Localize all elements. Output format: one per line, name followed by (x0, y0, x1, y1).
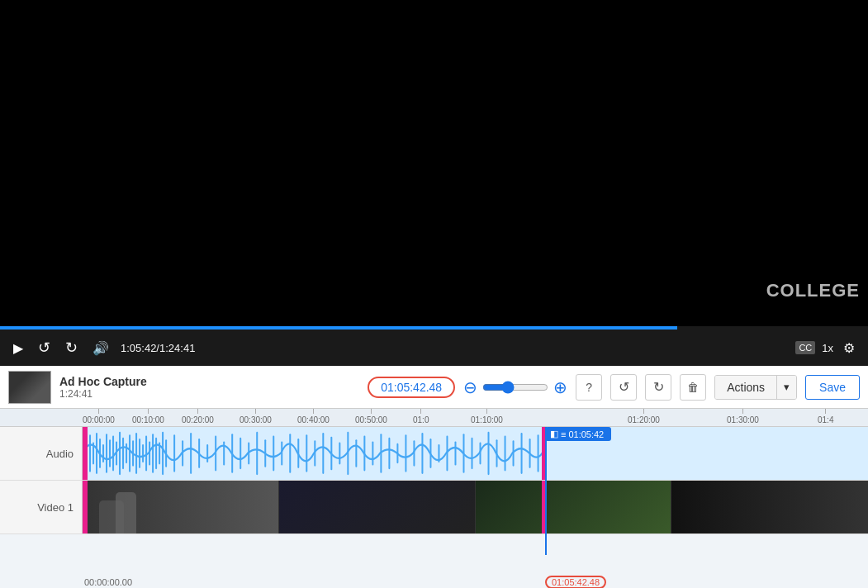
timeline-area: 00:00:00 00:10:00 00:20:00 00:30:00 00:4… (0, 409, 868, 588)
editor-toolbar: Ad Hoc Capture 1:24:41 ⊖ ⊕ ? ↺ ↻ 🗑 Actio… (0, 366, 868, 409)
svg-rect-42 (297, 439, 299, 468)
svg-rect-48 (347, 432, 349, 475)
speed-button[interactable]: 1x (822, 342, 833, 354)
audio-track-row: Audio // Generate waveform bars via SVG … (0, 427, 868, 481)
bottom-timecodes: 00:00:00.00 01:05:42.48 (83, 573, 868, 588)
svg-rect-29 (190, 433, 192, 474)
volume-button[interactable]: 🔊 (89, 337, 112, 359)
zoom-slider[interactable] (482, 381, 548, 394)
svg-rect-36 (248, 443, 249, 465)
svg-rect-54 (396, 443, 398, 463)
settings-button[interactable]: ⚙ (840, 337, 858, 359)
time-display: 1:05:42/1:24:41 (121, 342, 195, 354)
svg-rect-67 (505, 435, 506, 471)
svg-rect-43 (306, 434, 307, 472)
svg-rect-7 (102, 444, 104, 462)
timecode-wrapper[interactable] (368, 377, 455, 398)
svg-rect-14 (126, 443, 127, 463)
video-frame-4 (671, 481, 868, 533)
svg-rect-37 (256, 432, 258, 475)
svg-rect-44 (314, 440, 315, 466)
svg-rect-61 (454, 441, 456, 465)
svg-rect-30 (198, 439, 200, 468)
ruler-label-0: 00:00:00 (83, 415, 115, 424)
help-button[interactable]: ? (576, 374, 602, 401)
svg-rect-27 (173, 434, 175, 472)
svg-rect-62 (462, 434, 464, 473)
video-frame-2 (279, 481, 476, 533)
watermark: COLLEGE (766, 280, 860, 301)
svg-rect-15 (129, 434, 130, 472)
svg-rect-40 (281, 441, 282, 465)
video-frame-3 (476, 481, 672, 533)
audio-track-content[interactable]: // Generate waveform bars via SVG rects … (83, 427, 868, 480)
actions-dropdown-button[interactable]: ▾ (776, 376, 796, 399)
video-frame-1 (83, 481, 279, 533)
zoom-in-button[interactable]: ⊕ (553, 379, 567, 396)
zoom-out-button[interactable]: ⊖ (463, 379, 477, 396)
actions-button[interactable]: Actions (715, 376, 776, 399)
actions-group: Actions ▾ (714, 375, 797, 400)
bottom-tc-current-wrapper: 01:05:42.48 (545, 576, 606, 588)
svg-rect-47 (339, 443, 340, 465)
svg-rect-16 (132, 440, 134, 466)
playhead-line[interactable] (545, 427, 547, 555)
video-track-label: Video 1 (0, 481, 83, 533)
svg-rect-20 (145, 435, 147, 471)
cc-button[interactable]: CC (795, 341, 815, 354)
redo-button[interactable]: ↻ (645, 374, 671, 401)
capture-title: Ad Hoc Capture (59, 375, 147, 388)
svg-rect-31 (206, 444, 208, 462)
zoom-controls: ⊖ ⊕ (463, 379, 567, 396)
svg-rect-4 (92, 443, 94, 465)
playhead-time-tooltip: 01:05:42 (568, 429, 604, 439)
replay-button[interactable]: ↺ (35, 335, 54, 360)
svg-rect-25 (162, 432, 164, 475)
svg-rect-38 (264, 439, 266, 467)
forward-button[interactable]: ↻ (62, 335, 81, 360)
timecode-input[interactable] (374, 381, 448, 394)
svg-rect-9 (109, 439, 111, 467)
svg-rect-63 (471, 438, 472, 469)
capture-info: Ad Hoc Capture 1:24:41 (59, 375, 147, 400)
svg-rect-39 (273, 435, 274, 471)
svg-rect-26 (165, 439, 167, 467)
save-button[interactable]: Save (805, 375, 860, 400)
playhead-tooltip: ◧ ≡ 01:05:42 (545, 427, 611, 441)
video-player: COLLEGE (0, 0, 868, 326)
delete-button[interactable]: 🗑 (680, 374, 706, 401)
svg-rect-70 (529, 439, 531, 468)
ruler-label-8: 01:20:00 (628, 415, 660, 424)
ruler-label-1: 00:10:00 (132, 415, 164, 424)
video-track-row: Video 1 (0, 481, 868, 534)
svg-rect-0 (83, 427, 868, 480)
svg-rect-71 (538, 434, 539, 472)
svg-rect-13 (122, 438, 124, 469)
svg-rect-53 (388, 438, 390, 469)
player-controls-bar: ▶ ↺ ↻ 🔊 1:05:42/1:24:41 CC 1x ⚙ (0, 330, 868, 366)
svg-rect-57 (421, 433, 423, 474)
ruler-label-3: 00:30:00 (240, 415, 272, 424)
svg-rect-10 (112, 435, 114, 471)
video-trim-left[interactable] (83, 481, 88, 533)
bottom-tc-current: 01:05:42.48 (545, 576, 606, 588)
capture-duration: 1:24:41 (59, 388, 147, 400)
audio-trim-left[interactable] (83, 427, 88, 480)
svg-rect-8 (106, 434, 107, 473)
timecode-ruler: 00:00:00 00:10:00 00:20:00 00:30:00 00:4… (0, 409, 868, 427)
svg-rect-68 (513, 440, 515, 466)
audio-waveform: // Generate waveform bars via SVG rects … (83, 427, 868, 480)
svg-rect-66 (496, 439, 498, 467)
svg-rect-18 (139, 439, 140, 468)
audio-track-label: Audio (0, 427, 83, 480)
video-strip (83, 481, 868, 533)
play-button[interactable]: ▶ (10, 337, 26, 359)
ruler-label-6: 01:0 (413, 415, 429, 424)
svg-rect-56 (413, 440, 415, 466)
svg-rect-6 (99, 439, 101, 468)
video-track-content[interactable] (83, 481, 868, 533)
ruler-label-7: 01:10:00 (471, 415, 503, 424)
svg-rect-28 (182, 440, 183, 466)
svg-rect-59 (438, 444, 439, 462)
undo-button[interactable]: ↺ (610, 374, 637, 401)
